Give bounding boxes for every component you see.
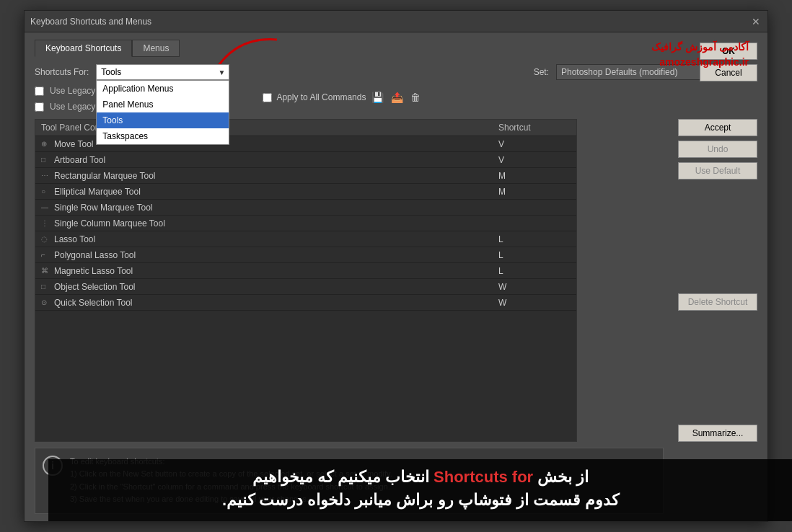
single-col-name: Single Column Marquee Tool (54, 218, 498, 229)
table-row[interactable]: ⌘ Magnetic Lasso Tool L (35, 263, 576, 279)
artboard-tool-name: Artboard Tool (54, 155, 498, 165)
move-tool-icon: ⊕ (41, 140, 54, 148)
lasso-icon: ◌ (41, 235, 54, 243)
controls-row: Shortcuts For: Tools ▼ Application Menus… (35, 64, 757, 80)
save-icon-button[interactable]: 💾 (370, 90, 385, 105)
legacy2-checkbox[interactable] (35, 102, 44, 112)
export-icon-button[interactable]: 📤 (390, 90, 405, 105)
apply-to-all-checkbox[interactable] (263, 93, 272, 102)
summarize-button[interactable]: Summarize... (678, 425, 757, 442)
menu-item-taskspaces[interactable]: Taskspaces (97, 128, 229, 144)
watermark: آکادمی آموزش گرافیک amozeshgraphic.ir (651, 40, 749, 70)
shortcuts-for-menu[interactable]: Application Menus Panel Menus Tools Task… (96, 80, 229, 145)
use-default-button[interactable]: Use Default (678, 162, 757, 179)
undo-button[interactable]: Undo (678, 141, 757, 158)
table-row[interactable]: — Single Row Marquee Tool (35, 200, 576, 216)
column-header-shortcut: Shortcut (498, 123, 571, 133)
accept-button[interactable]: Accept (678, 119, 757, 136)
quick-sel-name: Quick Selection Tool (54, 298, 498, 308)
rect-marquee-icon: ⋯ (41, 172, 54, 179)
table-row[interactable]: ○ Elliptical Marquee Tool M (35, 184, 576, 200)
menu-item-application-menus[interactable]: Application Menus (97, 81, 229, 97)
persian-line1-prefix: از بخش (533, 468, 589, 486)
persian-overlay: از بخش Shortcuts for انتخاب میکنیم که می… (48, 459, 792, 521)
shortcuts-for-dropdown-wrapper: Tools ▼ Application Menus Panel Menus To… (96, 64, 229, 80)
table-row[interactable]: ◌ Lasso Tool L (35, 231, 576, 247)
obj-sel-icon: □ (41, 283, 54, 291)
table-body[interactable]: ⊕ Move Tool V □ Artboard Tool V ⋯ Rectan… (35, 136, 576, 441)
apply-to-all-label: Apply to All Commands (276, 92, 366, 102)
shortcuts-for-dropdown[interactable]: Tools (96, 64, 229, 80)
poly-lasso-shortcut: L (498, 250, 571, 260)
poly-lasso-name: Polygonal Lasso Tool (54, 250, 498, 260)
lasso-name: Lasso Tool (54, 234, 498, 244)
ellip-marquee-shortcut: M (498, 187, 571, 197)
watermark-line1: آکادمی آموزش گرافیک (651, 40, 749, 55)
mag-lasso-icon: ⌘ (41, 267, 54, 275)
obj-sel-shortcut: W (498, 282, 571, 292)
persian-highlight: Shortcuts for (434, 468, 533, 486)
side-buttons: Accept Undo Use Default Delete Shortcut … (671, 119, 757, 442)
title-bar: Keyboard Shortcuts and Menus ✕ (25, 11, 767, 32)
main-area: Tool Panel Command Shortcut ⊕ Move Tool … (35, 119, 757, 442)
obj-sel-name: Object Selection Tool (54, 282, 498, 292)
delete-icon-button[interactable]: 🗑 (409, 90, 422, 105)
artboard-tool-icon: □ (41, 156, 54, 164)
quick-sel-icon: ⊙ (41, 298, 54, 306)
close-button[interactable]: ✕ (750, 16, 762, 27)
persian-line2: کدوم قسمت از فتوشاپ رو براش میانبر دلخوا… (63, 491, 778, 510)
quick-sel-shortcut: W (498, 298, 571, 308)
dialog-content: Keyboard Shortcuts Menus Shortcuts For: … (25, 32, 767, 521)
rect-marquee-shortcut: M (498, 171, 571, 181)
table-row[interactable]: ⊙ Quick Selection Tool W (35, 295, 576, 311)
tabs-row: Keyboard Shortcuts Menus (35, 40, 757, 57)
ellip-marquee-icon: ○ (41, 187, 54, 195)
table-row[interactable]: □ Artboard Tool V (35, 152, 576, 168)
delete-shortcut-button[interactable]: Delete Shortcut (678, 293, 757, 311)
move-tool-shortcut: V (498, 139, 571, 149)
mag-lasso-shortcut: L (498, 266, 571, 276)
table-row[interactable]: ⋯ Rectangular Marquee Tool M (35, 168, 576, 184)
set-label: Set: (534, 67, 549, 77)
single-row-name: Single Row Marquee Tool (54, 203, 498, 213)
lasso-shortcut: L (498, 234, 571, 244)
table-row[interactable]: ⋮ Single Column Marquee Tool (35, 216, 576, 231)
shortcuts-for-label: Shortcuts For: (35, 67, 89, 77)
single-col-icon: ⋮ (41, 219, 54, 227)
menu-item-tools[interactable]: Tools (97, 112, 229, 128)
menu-item-panel-menus[interactable]: Panel Menus (97, 97, 229, 112)
table-row[interactable]: ⌐ Polygonal Lasso Tool L (35, 247, 576, 263)
legacy1-checkbox[interactable] (35, 87, 44, 96)
tab-keyboard-shortcuts[interactable]: Keyboard Shortcuts (35, 40, 132, 57)
persian-line1: از بخش Shortcuts for انتخاب میکنیم که می… (63, 468, 778, 487)
artboard-tool-shortcut: V (498, 155, 571, 165)
poly-lasso-icon: ⌐ (41, 251, 54, 259)
single-row-icon: — (41, 203, 54, 211)
dialog-window: Keyboard Shortcuts and Menus ✕ Keyboard … (24, 10, 768, 522)
watermark-line2: amozeshgraphic.ir (651, 55, 749, 70)
apply-row: Apply to All Commands 💾 📤 🗑 (263, 86, 422, 109)
rect-marquee-name: Rectangular Marquee Tool (54, 171, 498, 181)
table-container: Tool Panel Command Shortcut ⊕ Move Tool … (35, 119, 577, 442)
tab-menus[interactable]: Menus (132, 40, 180, 57)
mag-lasso-name: Magnetic Lasso Tool (54, 266, 498, 276)
table-row[interactable]: □ Object Selection Tool W (35, 279, 576, 295)
dialog-title: Keyboard Shortcuts and Menus (30, 17, 151, 27)
persian-line1-suffix: انتخاب میکنیم که میخواهیم (252, 468, 434, 486)
ellip-marquee-name: Elliptical Marquee Tool (54, 187, 498, 197)
